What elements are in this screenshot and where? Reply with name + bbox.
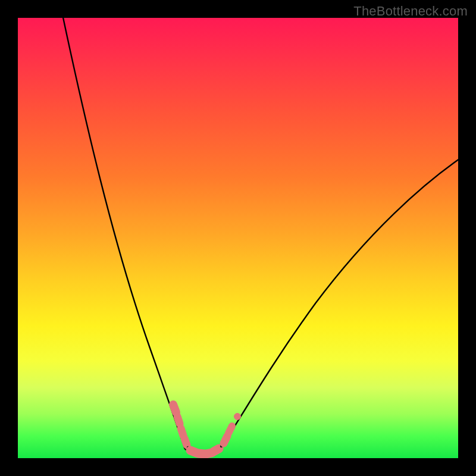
marker-right-isolated [234,414,241,420]
plot-area [18,18,458,458]
watermark-text: TheBottleneck.com [353,4,468,19]
chart-frame: TheBottleneck.com [0,0,476,476]
marker-left-cluster-low [184,439,187,445]
marker-group [173,405,241,454]
marker-left-cluster-upper [177,416,180,424]
marker-right-cluster-mid [228,426,232,433]
marker-left-cluster-top [173,405,176,412]
marker-right-cluster-low [224,436,227,443]
chart-svg [18,18,458,458]
curve-left-branch [62,18,185,449]
marker-bottom-4 [214,449,219,452]
curve-right-branch [220,158,458,449]
marker-left-cluster-mid [181,428,183,436]
